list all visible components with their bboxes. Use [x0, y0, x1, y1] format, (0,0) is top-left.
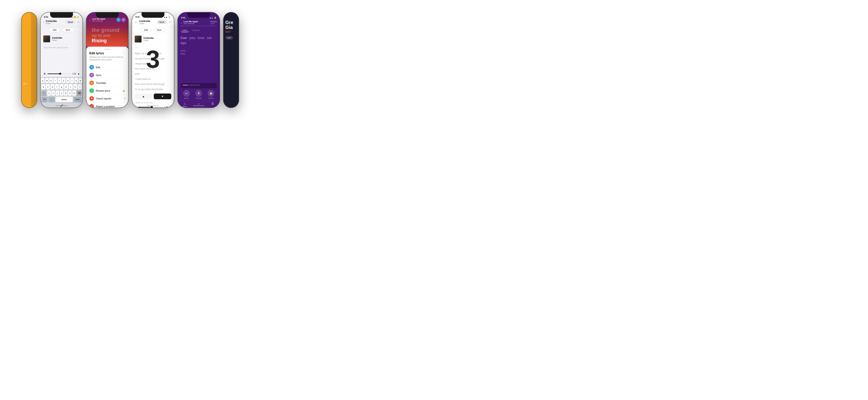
- p2-progress-thumb: [59, 73, 61, 75]
- kb-b[interactable]: b: [64, 90, 67, 96]
- kb-e[interactable]: e: [49, 78, 53, 83]
- p2-edit-button[interactable]: Edit: [49, 28, 60, 32]
- kb-u[interactable]: u: [66, 78, 69, 83]
- p3-mini-info: Love Me Again John Newman: [92, 18, 105, 22]
- p3-menu-review[interactable]: ✓ Review lyrics 🔒: [89, 87, 125, 95]
- kb-emoji[interactable]: ☺: [49, 97, 55, 102]
- kb-i[interactable]: i: [70, 78, 74, 83]
- kb-n[interactable]: n: [68, 90, 72, 96]
- kb-shift[interactable]: ⇧: [41, 90, 46, 96]
- p3-menu-translate[interactable]: A Translate: [89, 79, 125, 87]
- p4-sync-button[interactable]: Sync: [153, 28, 165, 32]
- kb-r[interactable]: r: [54, 78, 57, 83]
- p4-send-button[interactable]: Send: [157, 20, 166, 24]
- kb-y[interactable]: y: [62, 78, 65, 83]
- p4-progress-fill: [138, 107, 152, 107]
- p2-pause-icon[interactable]: ⏸: [43, 72, 46, 75]
- kb-p[interactable]: p: [79, 78, 82, 83]
- p5-pause-ctrl[interactable]: ⏸ PAUSE: [195, 90, 202, 99]
- p4-edit-button[interactable]: Edit: [141, 28, 151, 32]
- p5-back-ctrl[interactable]: ↩ BACK: [183, 90, 190, 99]
- kb-k[interactable]: k: [73, 84, 77, 90]
- kb-v[interactable]: v: [60, 90, 63, 96]
- p5-progress-bar[interactable]: [180, 26, 217, 26]
- p4-dots[interactable]: ···: [132, 44, 174, 51]
- kb-o[interactable]: o: [74, 78, 78, 83]
- p2-song-row: Controlla Drake: [40, 33, 83, 44]
- p2-back-button[interactable]: ‹: [43, 20, 44, 24]
- kb-s[interactable]: s: [46, 84, 50, 90]
- p4-progress-bar[interactable]: [138, 107, 163, 107]
- p5-big-lyric: Can you love me aga: [180, 35, 217, 45]
- kb-numbers[interactable]: 123: [41, 97, 48, 102]
- p6-back-button[interactable]: ‹: [225, 20, 226, 24]
- p3-edit-icon: ✎: [89, 65, 94, 69]
- kb-z[interactable]: z: [47, 90, 51, 96]
- p5-slow-label: SLOW: [209, 97, 214, 99]
- p2-expand-icon[interactable]: ▲: [78, 72, 80, 75]
- p5-chevron-icon[interactable]: ⌄: [180, 21, 182, 24]
- kb-delete[interactable]: ⌫: [76, 90, 82, 96]
- p5-time-label: -3:40: [210, 23, 217, 25]
- p4-expand-icon[interactable]: ▲: [169, 106, 171, 107]
- p3-user-icon[interactable]: U: [121, 18, 126, 22]
- p4-arrow-down-button[interactable]: ▼: [154, 94, 171, 99]
- notch-5: [187, 12, 210, 18]
- status-time-4: 9:41: [135, 16, 140, 18]
- p5-control-buttons: ↩ BACK ⏸ PAUSE 🏠 SLOW: [180, 90, 217, 99]
- p4-arrow-up-button[interactable]: ▲: [135, 94, 152, 99]
- kb-x[interactable]: x: [52, 90, 55, 96]
- p5-dot-3: [193, 85, 194, 86]
- home-indicator-5: [193, 105, 205, 106]
- p3-menu-reports[interactable]: ⚑ Check reports 3: [89, 95, 125, 102]
- signal-4: ▲▲: [164, 16, 167, 18]
- p5-tab2-icon: ♪: [198, 102, 199, 105]
- p4-song-artist: Drake: [139, 23, 155, 25]
- p2-send-button[interactable]: Send: [66, 20, 75, 24]
- p4-more-button[interactable]: ···: [169, 20, 171, 24]
- p5-tab-2[interactable]: ♪: [192, 102, 206, 107]
- status-time-5: 9:41: [181, 17, 185, 19]
- kb-q[interactable]: q: [41, 78, 44, 83]
- kb-l[interactable]: l: [78, 84, 82, 90]
- kb-j[interactable]: j: [69, 84, 72, 90]
- p4-back-button[interactable]: ←: [135, 20, 138, 24]
- p4-pause-icon[interactable]: ⏸: [135, 106, 137, 107]
- kb-f[interactable]: f: [55, 84, 59, 90]
- kb-a[interactable]: a: [41, 84, 45, 90]
- kb-c[interactable]: c: [56, 90, 59, 96]
- kb-return[interactable]: return: [73, 97, 82, 102]
- p5-preview-group: Preview -3:40: [210, 21, 217, 25]
- kb-t[interactable]: t: [58, 78, 61, 83]
- p3-chevron-icon[interactable]: ⌄: [89, 19, 91, 21]
- p2-progress-bar[interactable]: [48, 73, 71, 74]
- p3-menu-problem[interactable]: ! Report a problem: [89, 102, 125, 107]
- p3-menu-edit[interactable]: ✎ Edit: [89, 63, 125, 71]
- p4-lyric-6: I made plans wi: [135, 76, 171, 82]
- p2-more-button[interactable]: ···: [78, 20, 80, 24]
- p4-lyric-2: You just buzzed the front gate: [135, 56, 171, 61]
- p5-header: ⌄ Love Me Again John Newman Preview -3:4…: [178, 20, 220, 26]
- p4-arrow-row: ▲ ▼: [135, 94, 171, 99]
- p5-dot-6: [198, 85, 199, 86]
- p5-slow-ctrl[interactable]: 🏠 SLOW: [208, 90, 214, 99]
- p2-lyrics-input[interactable]: Type here the song's lyrics: [40, 44, 83, 72]
- p5-tab-active[interactable]: Active: [180, 29, 189, 32]
- kb-g[interactable]: g: [60, 84, 63, 90]
- p4-progress: ⏸ 1:32 ▲: [135, 104, 171, 107]
- p6-activ-btn[interactable]: Activ: [225, 36, 233, 39]
- p2-keyboard[interactable]: q w e r t y u i o p a s d f g h: [40, 77, 83, 107]
- kb-w[interactable]: w: [45, 78, 49, 83]
- p3-check-icon[interactable]: ✓: [116, 18, 121, 22]
- status-icons-5: ▲▲ 🔋: [209, 17, 216, 19]
- kb-h[interactable]: h: [64, 84, 68, 90]
- kb-space[interactable]: space: [56, 97, 72, 102]
- p5-tab-all[interactable]: All actions: [190, 29, 202, 32]
- p5-tab-3[interactable]: ☰: [206, 102, 220, 107]
- kb-d[interactable]: d: [51, 84, 54, 90]
- kb-m[interactable]: m: [72, 90, 76, 96]
- p3-menu-sync[interactable]: ⟳ Sync: [89, 71, 125, 79]
- p2-sync-button[interactable]: Sync: [62, 28, 74, 32]
- p5-controls-area: ↩ BACK ⏸ PAUSE 🏠 SLOW: [178, 82, 220, 101]
- p5-tab-home[interactable]: ⌂ Home: [178, 102, 192, 107]
